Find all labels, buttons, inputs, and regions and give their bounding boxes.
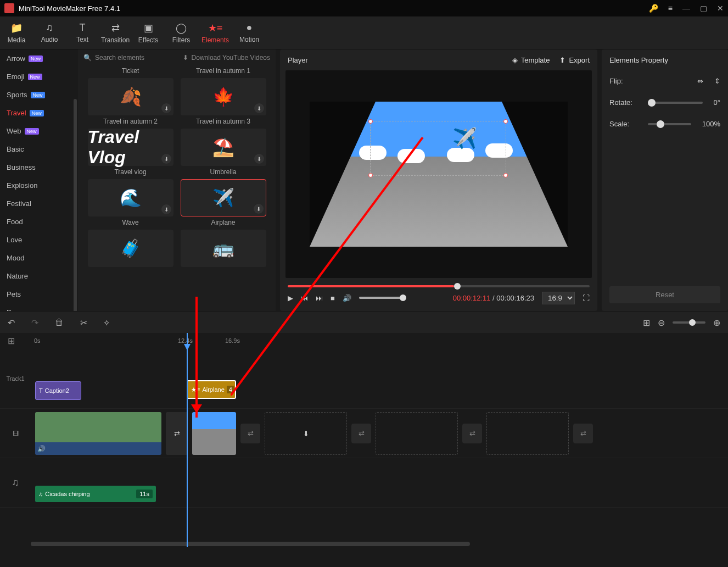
zoom-in-icon[interactable]: ⊕ [713, 318, 720, 328]
swap-icon[interactable]: ⇄ [462, 424, 482, 443]
download-icon[interactable]: ⬇ [254, 154, 264, 164]
tool-text[interactable]: TText [66, 16, 99, 49]
add-track-icon[interactable]: ⊞ [8, 336, 15, 346]
swap-icon[interactable]: ⇄ [351, 424, 371, 443]
tool-elements[interactable]: ★≡Elements [198, 16, 233, 49]
effects-icon: ▣ [144, 22, 153, 34]
caption-clip[interactable]: TCaption2 [35, 381, 81, 400]
app-title: MiniTool MovieMaker Free 7.4.1 [19, 4, 649, 13]
element-thumb[interactable]: 🍁⬇ [181, 78, 266, 115]
preview-area[interactable]: ✈️ [285, 70, 592, 278]
main-toolbar: 📁Media ♫Audio TText ⇄Transition ▣Effects… [0, 16, 728, 49]
prev-frame-icon[interactable]: ⏮ [301, 294, 308, 302]
sidebar-item-arrow[interactable]: ArrowNew [0, 49, 78, 68]
sidebar-item-nature[interactable]: Nature [0, 267, 78, 285]
element-thumb[interactable]: ✈️⬇ [181, 179, 266, 216]
audio-clip[interactable]: ♫Cicadas chirping11s [35, 486, 156, 502]
player-title: Player [288, 56, 308, 64]
element-thumb[interactable]: 🍂⬇ [88, 78, 173, 115]
element-thumb[interactable]: Travel Vlog⬇ [88, 129, 173, 166]
tool-effects[interactable]: ▣Effects [132, 16, 165, 49]
sidebar-item-basic[interactable]: Basic [0, 140, 78, 158]
swap-icon[interactable]: ⇄ [573, 424, 593, 443]
rotate-slider[interactable] [648, 102, 703, 104]
sidebar-item-food[interactable]: Food [0, 213, 78, 231]
element-label: Travel vlog [114, 168, 146, 176]
airplane-clip[interactable]: ★≡Airplane4 [187, 380, 236, 399]
next-frame-icon[interactable]: ⏭ [316, 294, 323, 302]
download-youtube-link[interactable]: ⬇Download YouTube Videos [183, 54, 270, 62]
empty-slot[interactable] [376, 412, 458, 455]
sidebar-item-web[interactable]: WebNew [0, 122, 78, 140]
sidebar-item-business[interactable]: Business [0, 158, 78, 176]
element-thumb[interactable]: ⛱️⬇ [181, 129, 266, 166]
export-button[interactable]: ⬆Export [559, 56, 590, 64]
download-icon[interactable]: ⬇ [161, 103, 171, 113]
download-icon[interactable]: ⬇ [161, 154, 171, 164]
sidebar-item-props[interactable]: Props [0, 303, 78, 311]
reset-button[interactable]: Reset [609, 286, 720, 303]
swap-icon[interactable]: ⇄ [240, 424, 260, 443]
element-thumb[interactable]: 🧳 [88, 230, 173, 267]
redo-icon[interactable]: ↷ [31, 318, 38, 328]
undo-icon[interactable]: ↶ [8, 318, 15, 328]
zoom-out-icon[interactable]: ⊖ [658, 318, 665, 328]
volume-icon[interactable]: 🔊 [343, 294, 351, 302]
motion-icon: ● [247, 22, 253, 34]
music-icon: ♫ [38, 491, 43, 497]
sidebar-item-emoji[interactable]: EmojiNew [0, 68, 78, 86]
sidebar-item-love[interactable]: Love [0, 231, 78, 249]
key-icon[interactable]: 🔑 [649, 4, 658, 13]
stop-icon[interactable]: ■ [331, 294, 335, 302]
empty-slot[interactable]: ⬇ [265, 412, 347, 455]
tool-transition[interactable]: ⇄Transition [99, 16, 132, 49]
template-button[interactable]: ◈Template [512, 56, 550, 64]
fullscreen-icon[interactable]: ⛶ [583, 294, 590, 302]
flip-horizontal-icon[interactable]: ⇔ [697, 77, 703, 85]
new-badge: New [25, 128, 39, 135]
progress-bar[interactable] [288, 285, 590, 287]
tool-audio[interactable]: ♫Audio [33, 16, 66, 49]
tool-filters[interactable]: ◯Filters [165, 16, 198, 49]
scrollbar[interactable] [74, 99, 77, 311]
sidebar-item-festival[interactable]: Festival [0, 194, 78, 213]
scale-slider[interactable] [648, 123, 691, 125]
star-icon: ★≡ [191, 386, 200, 393]
selection-box[interactable] [370, 121, 506, 176]
sidebar-item-mood[interactable]: Mood [0, 249, 78, 267]
flip-vertical-icon[interactable]: ⇕ [714, 77, 720, 85]
timeline-ruler[interactable]: ⊞ 0s 12.4s 16.9s [0, 333, 728, 348]
search-icon: 🔍 [83, 54, 92, 62]
play-icon[interactable]: ▶ [288, 294, 293, 302]
menu-icon[interactable]: ≡ [668, 4, 673, 13]
empty-slot[interactable] [486, 412, 569, 455]
maximize-icon[interactable]: ▢ [700, 4, 707, 13]
horizontal-scrollbar[interactable] [31, 542, 470, 546]
download-icon[interactable]: ⬇ [254, 103, 264, 113]
sidebar-item-sports[interactable]: SportsNew [0, 86, 78, 104]
close-icon[interactable]: ✕ [717, 4, 724, 13]
sidebar-item-explosion[interactable]: Explosion [0, 176, 78, 194]
sidebar-item-pets[interactable]: Pets [0, 285, 78, 303]
video-clip-1[interactable]: 🔊 [35, 412, 161, 455]
transition-clip[interactable]: ⇄ [166, 412, 188, 455]
zoom-slider[interactable] [673, 321, 705, 324]
cut-icon[interactable]: ✂ [80, 318, 87, 328]
video-clip-2[interactable] [192, 412, 236, 455]
volume-slider[interactable] [359, 297, 403, 299]
sidebar-item-travel[interactable]: TravelNew [0, 104, 78, 122]
element-thumb[interactable]: 🌊⬇ [88, 179, 173, 216]
current-time: 00:00:12:11 [453, 294, 491, 302]
aspect-select[interactable]: 16:9 [542, 292, 575, 304]
search-input[interactable]: 🔍Search elements [83, 54, 177, 62]
download-icon[interactable]: ⬇ [161, 204, 171, 214]
minimize-icon[interactable]: — [682, 4, 690, 13]
tool-media[interactable]: 📁Media [0, 16, 33, 49]
element-thumb[interactable]: 🚌 [181, 230, 266, 267]
fit-icon[interactable]: ⊞ [643, 318, 650, 328]
download-icon[interactable]: ⬇ [254, 204, 264, 214]
tool-motion[interactable]: ●Motion [233, 16, 266, 49]
crop-icon[interactable]: ⟡ [104, 318, 110, 327]
playhead[interactable] [187, 333, 188, 547]
delete-icon[interactable]: 🗑 [55, 318, 64, 327]
